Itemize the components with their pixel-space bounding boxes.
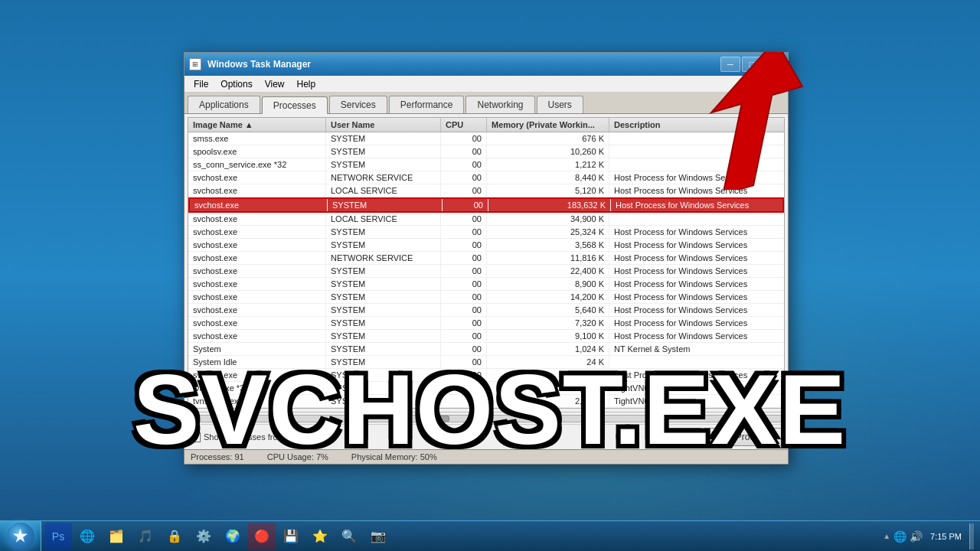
table-row[interactable]: svchost.exeSYSTEM003,568 KHost Process f… — [188, 239, 784, 252]
memory: 183,632 K — [488, 199, 611, 211]
memory: 10,260 K — [487, 145, 609, 158]
table-row[interactable]: tvnserver.exe *32SYSTEM002,164 KTightVNC… — [188, 395, 784, 408]
description: Host Process for Windows Services — [609, 317, 784, 329]
taskbar-icon-red[interactable]: 🔴 — [248, 523, 276, 550]
image-name: tvnserver.exe *32 — [188, 395, 326, 407]
col-cpu[interactable]: CPU — [441, 118, 487, 132]
image-name: svchost.exe — [188, 278, 326, 290]
cpu: 00 — [441, 239, 487, 251]
close-button[interactable]: ✕ — [763, 57, 783, 72]
show-all-users-label[interactable]: Show processes from all users — [191, 432, 318, 442]
table-body[interactable]: smss.exeSYSTEM00676 Kspoolsv.exeSYSTEM00… — [188, 132, 784, 408]
table-row[interactable]: System IdleSYSTEM0024 K — [188, 356, 784, 369]
physical-memory: Physical Memory: 50% — [351, 452, 437, 461]
taskbar-icon-lock[interactable]: 🔒 — [161, 523, 188, 550]
windows-logo — [13, 529, 28, 544]
col-image-name[interactable]: Image Name ▲ — [188, 118, 326, 132]
cpu: 00 — [441, 343, 487, 355]
table-row[interactable]: svchost.exeSYSTEM0014,200 KHost Process … — [188, 291, 784, 304]
end-process-button[interactable]: End Process — [704, 428, 782, 446]
taskbar-icon-search[interactable]: 🔍 — [335, 523, 363, 550]
col-description[interactable]: Description — [609, 118, 784, 132]
image-name: ss_conn_service.exe *32 — [188, 158, 326, 171]
table-row[interactable]: SystemSYSTEM001,024 KNT Kernel & System — [188, 343, 784, 356]
taskbar-icon-media[interactable]: 🎵 — [132, 523, 159, 550]
start-button[interactable] — [0, 521, 41, 552]
maximize-button[interactable]: □ — [742, 57, 762, 72]
image-name: tvnmgr.exe *32 — [188, 382, 326, 394]
table-row[interactable]: svchost.exeLOCAL SERVICE0034,900 K — [188, 213, 784, 226]
table-row[interactable]: svchost.exeSYSTEM009,100 KHost Process f… — [188, 330, 784, 343]
user-name: LOCAL SERVICE — [326, 213, 441, 225]
col-user-name[interactable]: User Name — [326, 118, 441, 132]
show-desktop-button[interactable] — [969, 523, 974, 549]
user-name: SYSTEM — [326, 278, 441, 290]
table-row[interactable]: tvnmgr.exe *32SYSTEM002,164 KTightVNC Se… — [188, 382, 784, 395]
memory: 676 K — [487, 132, 609, 145]
cpu: 00 — [441, 317, 487, 329]
minimize-button[interactable]: ─ — [720, 57, 740, 72]
tab-users[interactable]: Users — [537, 96, 583, 113]
cpu-usage: CPU Usage: 7% — [267, 452, 328, 461]
table-row[interactable]: svchost.exeSYSTEM0022,400 KHost Process … — [188, 265, 784, 278]
table-row[interactable]: smss.exeSYSTEM00676 K — [188, 132, 784, 145]
description: Host Process for Windows Services — [609, 171, 784, 184]
taskbar-icon-explorer[interactable]: 🗂️ — [103, 523, 130, 550]
table-row[interactable]: svchost.exeLOCAL SERVICE005,120 KHost Pr… — [188, 184, 784, 197]
tab-networking[interactable]: Networking — [466, 96, 534, 113]
col-memory[interactable]: Memory (Private Workin... — [487, 118, 609, 132]
taskbar-icon-camera[interactable]: 📷 — [364, 523, 392, 550]
description: Host Process for Windows Services — [609, 226, 784, 238]
memory: 24 K — [487, 356, 609, 368]
menu-help[interactable]: Help — [291, 77, 322, 91]
menu-options[interactable]: Options — [214, 77, 258, 91]
table-row[interactable]: svchost.exeSYSTEM004,200 KHost Process f… — [188, 369, 784, 382]
menu-view[interactable]: View — [259, 77, 291, 91]
taskbar-icon-ie[interactable]: 🌐 — [74, 523, 101, 550]
taskbar-icon-disk[interactable]: 💾 — [277, 523, 305, 550]
cpu: 00 — [441, 291, 487, 303]
image-name: spoolsv.exe — [188, 145, 326, 158]
table-row[interactable]: svchost.exeSYSTEM008,900 KHost Process f… — [188, 278, 784, 291]
table-row[interactable]: svchost.exeSYSTEM0025,324 KHost Process … — [188, 226, 784, 239]
memory: 11,816 K — [487, 252, 609, 264]
tab-performance[interactable]: Performance — [389, 96, 465, 113]
description: TightVNC Server — [609, 382, 784, 394]
table-row[interactable]: svchost.exeSYSTEM007,320 KHost Process f… — [188, 317, 784, 330]
taskbar-icon-settings[interactable]: ⚙️ — [190, 523, 217, 550]
scrollbar-thumb[interactable] — [426, 416, 449, 422]
description: Host Process for Windows Services — [609, 369, 784, 381]
tab-processes[interactable]: Processes — [262, 96, 328, 114]
user-name: SYSTEM — [326, 291, 441, 303]
user-name: SYSTEM — [326, 395, 441, 407]
tray-icon-up[interactable]: ▲ — [883, 532, 890, 540]
table-row[interactable]: spoolsv.exeSYSTEM0010,260 K — [188, 145, 784, 158]
taskbar-icon-ps[interactable]: Ps — [44, 523, 72, 550]
cpu: 00 — [441, 184, 487, 197]
tab-applications[interactable]: Applications — [188, 96, 260, 113]
cpu: 00 — [441, 158, 487, 171]
tray-network-icon[interactable]: 🌐 — [893, 530, 906, 543]
table-row[interactable]: svchost.exeSYSTEM00183,632 KHost Process… — [188, 197, 784, 213]
table-row[interactable]: ss_conn_service.exe *32SYSTEM001,212 K — [188, 158, 784, 171]
memory: 5,640 K — [487, 304, 609, 316]
show-all-users-checkbox[interactable] — [191, 432, 201, 442]
image-name: svchost.exe — [188, 265, 326, 277]
taskbar-icon-star[interactable]: ⭐ — [306, 523, 334, 550]
tray-volume-icon[interactable]: 🔊 — [910, 530, 923, 543]
table-row[interactable]: svchost.exeNETWORK SERVICE008,440 KHost … — [188, 171, 784, 184]
table-row[interactable]: svchost.exeNETWORK SERVICE0011,816 KHost… — [188, 252, 784, 265]
tab-services[interactable]: Services — [329, 96, 387, 113]
image-name: svchost.exe — [188, 317, 326, 329]
cpu: 00 — [441, 132, 487, 145]
description: Host Process for Windows Services — [609, 278, 784, 290]
user-name: SYSTEM — [326, 382, 441, 394]
memory: 34,900 K — [487, 213, 609, 225]
menu-file[interactable]: File — [188, 77, 214, 91]
cpu: 00 — [441, 145, 487, 158]
horizontal-scrollbar[interactable] — [188, 412, 785, 424]
memory: 2,164 K — [487, 395, 609, 407]
cpu: 00 — [441, 395, 487, 407]
table-row[interactable]: svchost.exeSYSTEM005,640 KHost Process f… — [188, 304, 784, 317]
taskbar-icon-network[interactable]: 🌍 — [219, 523, 247, 550]
